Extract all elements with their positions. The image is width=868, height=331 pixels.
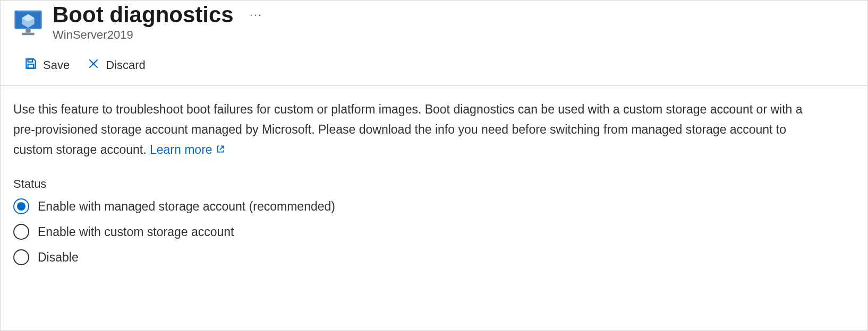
radio-label: Enable with custom storage account — [38, 225, 234, 239]
svg-rect-4 — [25, 29, 30, 33]
svg-rect-7 — [28, 64, 34, 68]
radio-icon — [13, 249, 29, 265]
save-icon — [24, 57, 38, 74]
external-link-icon — [216, 140, 225, 160]
description-block: Use this feature to troubleshoot boot fa… — [1, 86, 829, 160]
close-icon — [87, 57, 100, 74]
page-title: Boot diagnostics — [53, 3, 234, 27]
learn-more-link[interactable]: Learn more — [150, 140, 225, 160]
status-option-disable[interactable]: Disable — [13, 249, 855, 265]
status-label: Status — [1, 160, 867, 195]
resource-subtitle: WinServer2019 — [53, 28, 266, 42]
description-text: Use this feature to troubleshoot boot fa… — [13, 102, 803, 156]
discard-label: Discard — [106, 58, 146, 72]
toolbar: Save Discard — [1, 42, 867, 86]
radio-label: Enable with managed storage account (rec… — [38, 199, 335, 214]
vm-icon — [13, 8, 43, 38]
status-option-custom[interactable]: Enable with custom storage account — [13, 224, 855, 240]
status-radio-group: Enable with managed storage account (rec… — [1, 195, 867, 268]
radio-icon — [13, 198, 29, 214]
discard-button[interactable]: Discard — [86, 55, 147, 76]
svg-line-10 — [219, 146, 223, 150]
status-option-managed[interactable]: Enable with managed storage account (rec… — [13, 198, 855, 214]
learn-more-label: Learn more — [150, 140, 212, 160]
save-label: Save — [43, 58, 70, 72]
svg-rect-6 — [28, 59, 33, 62]
more-actions-button[interactable]: ··· — [246, 6, 266, 24]
save-button[interactable]: Save — [23, 55, 71, 76]
radio-icon — [13, 224, 29, 240]
boot-diagnostics-panel: Boot diagnostics ··· WinServer2019 Save — [0, 0, 868, 331]
header: Boot diagnostics ··· WinServer2019 — [1, 1, 867, 42]
svg-rect-5 — [22, 33, 34, 36]
radio-label: Disable — [38, 250, 79, 265]
